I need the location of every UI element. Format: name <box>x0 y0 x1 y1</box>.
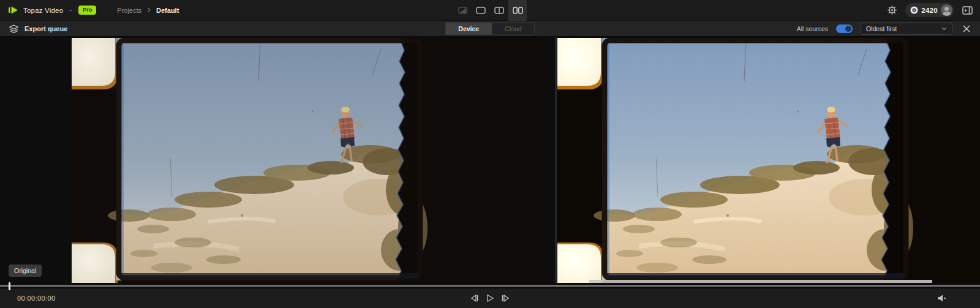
right-panel-toggle-button[interactable] <box>962 6 973 15</box>
next-frame-edge <box>589 280 932 283</box>
play-button[interactable] <box>486 294 494 302</box>
brand-name: Topaz Video <box>23 7 63 14</box>
chevron-down-icon <box>941 27 947 31</box>
tab-device[interactable]: Device <box>445 23 492 34</box>
volume-icon <box>937 295 947 302</box>
app-logo[interactable]: Topaz Video ™ Pro <box>9 6 96 15</box>
tab-cloud[interactable]: Cloud <box>492 23 534 34</box>
preview-viewer: Original <box>0 37 980 286</box>
close-export-queue-button[interactable] <box>960 23 973 35</box>
settings-button[interactable] <box>888 6 897 15</box>
breadcrumb-projects[interactable]: Projects <box>117 7 141 14</box>
transport-bar: 00:00:00:00 <box>0 288 980 308</box>
settings-gear-icon <box>888 6 897 15</box>
chevron-right-icon <box>146 7 151 13</box>
play-icon <box>486 294 494 302</box>
sort-order-dropdown[interactable]: Oldest first <box>861 23 952 35</box>
pro-badge: Pro <box>78 6 96 15</box>
right-panel-toggle-icon <box>962 6 973 15</box>
view-mode-blend-compare[interactable] <box>453 0 472 21</box>
step-forward-button[interactable] <box>501 294 510 302</box>
single-view-icon <box>476 7 486 14</box>
view-mode-single[interactable] <box>472 0 490 21</box>
trademark: ™ <box>68 9 72 13</box>
view-mode-switcher <box>453 0 527 21</box>
all-sources-label: All sources <box>797 25 828 32</box>
step-back-button[interactable] <box>470 294 480 302</box>
toggle-knob <box>845 26 851 32</box>
original-badge: Original <box>9 265 42 277</box>
blend-compare-icon <box>458 7 467 14</box>
coin-icon <box>910 6 918 14</box>
avatar[interactable] <box>941 4 952 16</box>
side-by-side-icon <box>513 7 523 14</box>
step-back-icon <box>470 294 480 302</box>
all-sources-toggle[interactable] <box>836 24 853 33</box>
credits-pill[interactable]: 2420 <box>905 3 954 17</box>
export-queue-title: Export queue <box>24 25 67 32</box>
sort-order-value: Oldest first <box>866 25 897 32</box>
timeline-playhead[interactable] <box>9 282 10 290</box>
timecode: 00:00:00:00 <box>0 295 56 302</box>
film-frame-processed <box>557 37 980 283</box>
topaz-logo-icon <box>9 6 19 15</box>
split-view-icon <box>494 7 504 14</box>
step-forward-icon <box>501 294 510 302</box>
panel-divider <box>555 37 557 283</box>
top-bar: Topaz Video ™ Pro Projects Default <box>0 0 980 21</box>
view-mode-side-by-side[interactable] <box>508 0 527 21</box>
breadcrumb-default: Default <box>156 7 179 14</box>
credits-count: 2420 <box>921 7 938 14</box>
breadcrumb: Projects Default <box>117 7 179 14</box>
topaz-video-app: Topaz Video ™ Pro Projects Default <box>0 0 980 308</box>
destination-segmented-control: Device Cloud <box>445 22 535 35</box>
film-frame-original <box>72 37 546 283</box>
volume-button[interactable] <box>937 295 947 302</box>
view-mode-split[interactable] <box>490 0 508 21</box>
film-panel-original[interactable] <box>72 37 546 283</box>
layers-icon <box>9 24 18 33</box>
export-queue-bar: Export queue Device Cloud All sources Ol… <box>0 21 980 37</box>
close-icon <box>963 25 970 32</box>
film-panel-processed[interactable] <box>557 37 980 283</box>
timeline-track[interactable] <box>0 285 980 287</box>
